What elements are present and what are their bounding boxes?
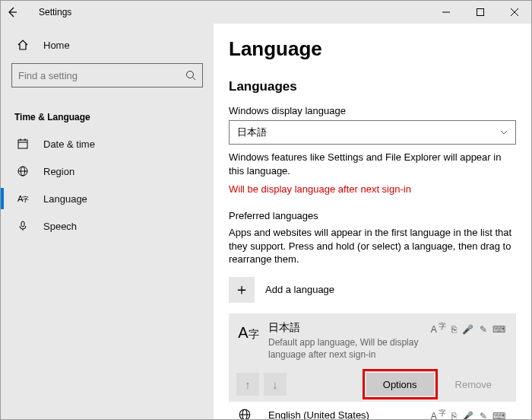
remove-button: Remove: [439, 373, 508, 396]
section-languages: Languages: [229, 79, 516, 94]
preferred-languages-label: Preferred languages: [229, 210, 516, 221]
display-language-warning: Will be display language after next sign…: [229, 183, 516, 195]
sidebar-item-speech[interactable]: Speech: [1, 212, 214, 240]
move-up-button[interactable]: ↑: [236, 373, 259, 396]
microphone-icon: [14, 220, 31, 232]
sidebar-item-label: Speech: [43, 221, 77, 232]
svg-text:字: 字: [22, 196, 29, 203]
display-language-desc: Windows features like Settings and File …: [229, 151, 516, 177]
add-language-button[interactable]: ＋ Add a language: [229, 277, 516, 303]
sidebar-item-region[interactable]: Region: [1, 158, 214, 185]
svg-point-4: [187, 72, 194, 78]
add-language-label: Add a language: [265, 284, 334, 295]
back-button[interactable]: [1, 7, 24, 18]
page-title: Language: [229, 37, 516, 61]
sidebar-item-label: Region: [43, 166, 74, 177]
sidebar-item-language[interactable]: A字 Language: [1, 185, 214, 212]
language-feature-badges: A字 ⎘ 🎤 ✎ ⌨: [431, 408, 507, 419]
globe-icon: [14, 165, 31, 177]
chevron-down-icon: [500, 130, 508, 135]
sidebar: Home Time & Language Date & time Region …: [1, 24, 214, 419]
home-label: Home: [43, 40, 70, 51]
language-item-english[interactable]: English (United States) A字 ⎘ 🎤 ✎ ⌨: [229, 402, 516, 419]
window-title: Settings: [24, 7, 71, 18]
home-nav[interactable]: Home: [1, 31, 214, 59]
maximize-button[interactable]: [463, 1, 497, 24]
options-button[interactable]: Options: [366, 373, 434, 396]
language-subtitle: Default app language, Will be display la…: [268, 336, 422, 361]
search-input[interactable]: [18, 70, 185, 81]
language-name: English (United States): [268, 409, 369, 419]
sidebar-item-date-time[interactable]: Date & time: [1, 130, 214, 158]
calendar-icon: [14, 138, 31, 150]
globe-icon: [238, 408, 259, 419]
plus-icon: ＋: [229, 277, 255, 303]
language-actions: ↑ ↓ Options Remove: [229, 368, 516, 402]
close-button[interactable]: [497, 1, 531, 24]
search-box[interactable]: [11, 63, 203, 88]
display-language-value: 日本語: [237, 126, 267, 139]
sidebar-item-label: Language: [43, 193, 87, 205]
search-icon: [185, 70, 196, 81]
language-item-japanese[interactable]: A字 日本語 Default app language, Will be dis…: [229, 313, 516, 368]
svg-rect-6: [18, 140, 27, 148]
svg-rect-1: [477, 9, 483, 16]
preferred-languages-desc: Apps and websites will appear in the fir…: [229, 226, 516, 266]
sidebar-item-label: Date & time: [43, 138, 95, 150]
language-glyph-icon: A字: [238, 321, 259, 361]
display-language-dropdown[interactable]: 日本語: [229, 120, 516, 145]
move-down-button[interactable]: ↓: [264, 373, 287, 396]
language-name: 日本語: [268, 321, 422, 335]
svg-rect-15: [21, 221, 24, 227]
language-icon: A字: [14, 192, 31, 205]
svg-line-5: [193, 78, 196, 81]
section-header: Time & Language: [1, 95, 214, 130]
home-icon: [14, 39, 31, 51]
display-language-label: Windows display language: [229, 105, 516, 116]
language-feature-badges: A字 ⎘ 🎤 ✎ ⌨: [431, 321, 507, 361]
minimize-button[interactable]: [429, 1, 463, 24]
main-content: Language Languages Windows display langu…: [214, 24, 531, 419]
